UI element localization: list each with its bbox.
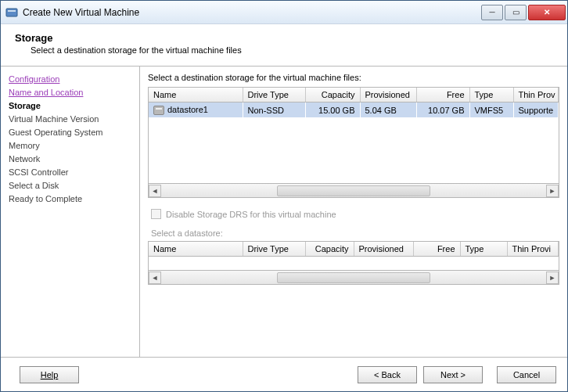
titlebar: Create New Virtual Machine ─ ▭ ✕ [1,1,567,24]
cell-capacity: 15.00 GB [305,102,360,118]
cluster-datastore-table: Name Drive Type Capacity Provisioned Fre… [148,241,559,271]
col-free[interactable]: Free [416,88,469,102]
datastore-row[interactable]: datastore1 Non-SSD 15.00 GB 5.04 GB 10.0… [149,102,559,118]
datastore-table-hscroll[interactable]: ◄ ► [148,184,559,198]
step-select-disk: Select a Disk [9,179,131,192]
col-thin[interactable]: Thin Prov [513,88,559,102]
col2-drive-type: Drive Type [243,242,305,257]
col2-name: Name [149,242,243,257]
cell-name: datastore1 [149,102,243,118]
step-ready-to-complete: Ready to Complete [9,192,131,206]
wizard-header: Storage Select a destination storage for… [1,24,567,67]
scroll2-thumb [277,272,431,283]
cell-drive-type: Non-SSD [243,102,305,118]
cluster-table-hscroll: ◄ ► [148,271,559,285]
col2-type: Type [460,242,507,257]
cell-type: VMFS5 [469,102,513,118]
datastore-table[interactable]: Name Drive Type Capacity Provisioned Fre… [148,87,559,184]
disable-drs-checkbox [151,209,161,219]
step-guest-os: Guest Operating System [9,126,131,139]
step-name-and-location[interactable]: Name and Location [9,86,131,99]
cell-thin: Supporte [513,102,559,118]
col2-thin: Thin Provi [507,242,559,257]
svg-rect-1 [8,10,16,12]
wizard-window: Create New Virtual Machine ─ ▭ ✕ Storage… [0,0,568,392]
scroll-left-icon[interactable]: ◄ [149,185,161,197]
col2-capacity: Capacity [305,242,354,257]
step-configuration[interactable]: Configuration [9,73,131,86]
window-controls: ─ ▭ ✕ [481,5,566,20]
step-storage: Storage [9,99,131,113]
table-header-row: Name Drive Type Capacity Provisioned Fre… [149,88,559,102]
scroll-thumb[interactable] [277,185,431,196]
col2-free: Free [413,242,460,257]
datastore-icon [153,106,164,115]
select-datastore-label: Select a datastore: [151,228,559,238]
help-button[interactable]: Help [20,366,79,383]
scroll2-left-icon: ◄ [149,272,161,284]
close-button[interactable]: ✕ [528,5,566,20]
col-type[interactable]: Type [469,88,513,102]
cell-provisioned: 5.04 GB [360,102,416,118]
instruction-text: Select a destination storage for the vir… [148,73,559,82]
cell-free: 10.07 GB [416,102,469,118]
wizard-steps-sidebar: Configuration Name and Location Storage … [1,67,140,357]
step-memory: Memory [9,139,131,153]
col-provisioned[interactable]: Provisioned [360,88,416,102]
col-drive-type[interactable]: Drive Type [243,88,305,102]
col2-provisioned: Provisioned [354,242,413,257]
scroll2-track [161,272,546,283]
disable-drs-row: Disable Storage DRS for this virtual mac… [151,209,559,219]
cancel-button[interactable]: Cancel [497,366,556,383]
next-button[interactable]: Next > [423,366,483,383]
window-title: Create New Virtual Machine [23,7,481,18]
step-network: Network [9,153,131,166]
col-name[interactable]: Name [149,88,243,102]
minimize-button[interactable]: ─ [481,5,503,20]
table2-header-row: Name Drive Type Capacity Provisioned Fre… [149,242,559,257]
step-scsi-controller: SCSI Controller [9,166,131,179]
back-button[interactable]: < Back [358,366,417,383]
scroll-track[interactable] [161,185,546,196]
svg-rect-0 [6,9,17,16]
disable-drs-label: Disable Storage DRS for this virtual mac… [166,210,336,219]
app-icon [5,6,18,19]
maximize-button[interactable]: ▭ [505,5,527,20]
scroll-right-icon[interactable]: ► [546,185,559,197]
scroll2-right-icon: ► [546,272,559,284]
page-title: Storage [15,32,553,44]
page-subtitle: Select a destination storage for the vir… [31,45,553,55]
wizard-footer: Help < Back Next > Cancel [1,357,567,391]
step-vm-version: Virtual Machine Version [9,113,131,126]
main-panel: Select a destination storage for the vir… [140,67,567,357]
col-capacity[interactable]: Capacity [305,88,360,102]
wizard-body: Configuration Name and Location Storage … [1,67,567,357]
